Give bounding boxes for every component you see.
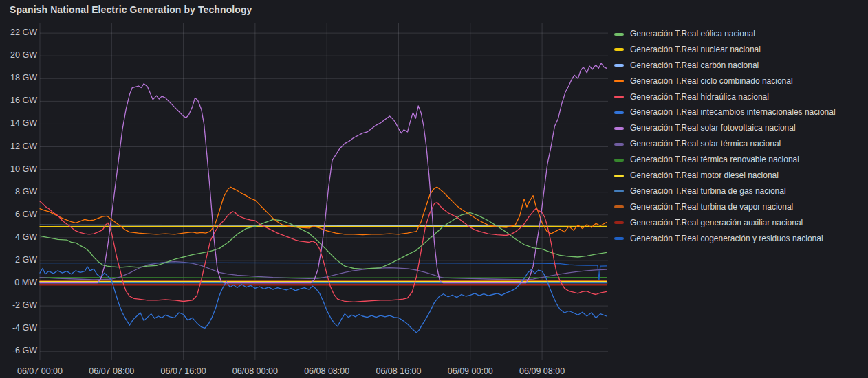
legend-item[interactable]: Generación T.Real térmica renovable naci… [614,155,836,165]
legend-item[interactable]: Generación T.Real motor diesel nacional [614,170,836,181]
legend-swatch-icon [614,48,624,51]
y-tick-label: 0 MW [0,278,37,287]
x-tick-label: 06/08 08:00 [294,366,360,376]
legend-label: Generación T.Real intecambios internacio… [630,107,836,118]
legend-item[interactable]: Generación T.Real carbón nacional [614,60,836,71]
legend-item[interactable]: Generación T.Real hidraúlica nacional [614,92,836,102]
legend-label: Generación T.Real motor diesel nacional [630,170,779,181]
y-tick-label: -6 GW [0,346,37,355]
y-tick-label: 6 GW [0,210,37,219]
legend-label: Generación T.Real turbina de gas naciona… [630,186,786,197]
legend-swatch-icon [614,190,624,192]
y-tick-label: -2 GW [0,300,37,310]
plot-area[interactable] [40,23,608,360]
legend-item[interactable]: Generación T.Real turbina de vapor nacio… [614,202,836,212]
grafana-panel: Spanish National Electric Generation by … [0,0,868,378]
y-tick-label: 22 GW [0,27,37,37]
legend-swatch-icon [614,64,624,67]
y-tick-label: 12 GW [0,142,37,151]
legend-swatch-icon [614,111,624,114]
legend: Generación T.Real eólica nacionalGenerac… [614,29,836,249]
x-tick-label: 06/09 08:00 [509,366,575,376]
y-tick-label: 2 GW [0,255,37,265]
legend-swatch-icon [614,205,624,208]
x-tick-label: 06/07 16:00 [151,366,217,376]
legend-label: Generación T.Real solar térmica nacional [630,139,781,149]
x-tick-label: 06/07 00:00 [7,366,73,376]
y-tick-label: 8 GW [0,187,37,197]
legend-label: Generación T.Real térmica renovable naci… [630,155,799,165]
legend-swatch-icon [614,237,624,240]
y-tick-label: 16 GW [0,96,37,105]
y-tick-label: 10 GW [0,164,37,174]
legend-item[interactable]: Generación T.Real ciclo combinado nacion… [614,76,836,87]
legend-item[interactable]: Generación T.Real cogeneración y residuo… [614,234,836,244]
legend-swatch-icon [614,80,624,82]
legend-label: Generación T.Real hidraúlica nacional [630,92,769,102]
legend-swatch-icon [614,96,624,98]
legend-swatch-icon [614,143,624,146]
legend-item[interactable]: Generación T.Real eólica nacional [614,29,836,39]
legend-swatch-icon [614,33,624,36]
legend-item[interactable]: Generación T.Real nuclear nacional [614,45,836,55]
legend-swatch-icon [614,159,624,162]
legend-label: Generación T.Real generación auxiliar na… [630,218,803,228]
legend-swatch-icon [614,221,624,224]
x-tick-label: 06/08 16:00 [366,366,432,376]
legend-item[interactable]: Generación T.Real turbina de gas naciona… [614,186,836,197]
y-tick-label: 4 GW [0,232,37,242]
legend-item[interactable]: Generación T.Real generación auxiliar na… [614,218,836,228]
y-tick-label: -4 GW [0,323,37,333]
legend-label: Generación T.Real solar fotovoltaica nac… [630,123,796,133]
y-tick-label: 14 GW [0,118,37,128]
x-tick-label: 06/07 08:00 [78,366,144,376]
legend-label: Generación T.Real carbón nacional [630,60,759,71]
legend-swatch-icon [614,127,624,130]
legend-item[interactable]: Generación T.Real intecambios internacio… [614,107,836,118]
legend-label: Generación T.Real eólica nacional [630,29,755,39]
legend-label: Generación T.Real nuclear nacional [630,45,761,55]
legend-item[interactable]: Generación T.Real solar fotovoltaica nac… [614,123,836,133]
y-tick-label: 18 GW [0,73,37,82]
x-tick-label: 06/09 00:00 [437,366,503,376]
legend-label: Generación T.Real turbina de vapor nacio… [630,202,793,212]
y-tick-label: 20 GW [0,50,37,60]
legend-label: Generación T.Real cogeneración y residuo… [630,234,823,244]
legend-swatch-icon [614,175,624,177]
legend-label: Generación T.Real ciclo combinado nacion… [630,76,793,87]
x-tick-label: 06/08 00:00 [222,366,288,376]
legend-item[interactable]: Generación T.Real solar térmica nacional [614,139,836,149]
